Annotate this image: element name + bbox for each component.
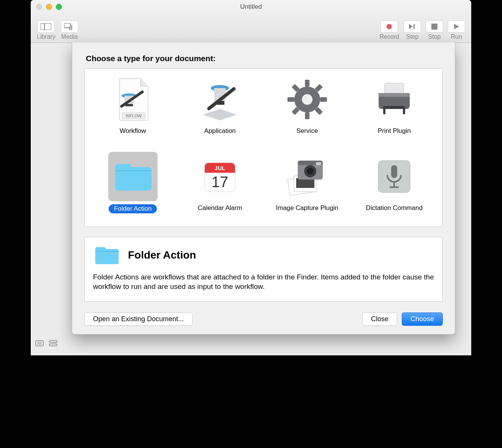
svg-text:WFLOW: WFLOW (126, 114, 142, 118)
record-toolbar-button[interactable]: Record (379, 21, 399, 40)
sheet-heading: Choose a type for your document: (86, 54, 443, 63)
info-description: Folder Actions are workflows that are at… (93, 272, 434, 292)
titlebar: Untitled Library Media Record (31, 0, 471, 43)
svg-rect-11 (49, 344, 57, 346)
svg-rect-27 (379, 93, 410, 97)
type-grid: WFLOW Workflow (84, 68, 443, 227)
open-existing-button[interactable]: Open an Existing Document... (84, 312, 193, 326)
type-service[interactable]: Service (264, 75, 351, 143)
media-icon (61, 21, 78, 33)
type-print-plugin[interactable]: Print Plugin (351, 75, 438, 143)
svg-rect-10 (49, 341, 57, 342)
application-icon (195, 75, 245, 124)
status-bar (35, 340, 57, 346)
variables-view-icon[interactable] (49, 340, 57, 346)
type-dictation-command[interactable]: Dictation Command (351, 152, 438, 220)
type-calendar-alarm[interactable]: JUL 17 Calendar Alarm (177, 152, 264, 220)
step-toolbar-button[interactable]: Step (404, 21, 421, 40)
svg-rect-29 (385, 109, 403, 116)
svg-rect-42 (316, 162, 321, 165)
info-title: Folder Action (128, 249, 196, 261)
svg-rect-4 (414, 24, 415, 29)
stop-icon (426, 21, 443, 33)
step-icon (404, 21, 421, 33)
stop-toolbar-button[interactable]: Stop (426, 21, 443, 40)
info-folder-icon (93, 244, 120, 266)
folder-icon (108, 152, 158, 201)
type-image-capture-plugin[interactable]: Image Capture Plugin (264, 152, 351, 220)
svg-rect-2 (64, 23, 70, 28)
svg-point-24 (302, 94, 313, 105)
svg-rect-44 (391, 165, 397, 178)
svg-point-41 (307, 168, 314, 175)
library-toolbar-button[interactable]: Library (37, 21, 55, 40)
window-title: Untitled (31, 3, 471, 11)
svg-point-3 (387, 24, 392, 29)
run-toolbar-button[interactable]: Run (448, 21, 465, 40)
microphone-icon (369, 152, 419, 201)
svg-rect-23 (305, 80, 309, 87)
svg-rect-5 (431, 24, 437, 30)
info-panel: Folder Action Folder Actions are workflo… (84, 237, 443, 302)
type-folder-action[interactable]: Folder Action (89, 152, 177, 220)
svg-text:17: 17 (212, 174, 229, 190)
choose-button[interactable]: Choose (402, 312, 443, 326)
workflow-icon: WFLOW (108, 75, 158, 124)
gear-icon (283, 75, 332, 124)
type-application[interactable]: Application (177, 75, 264, 143)
run-icon (448, 21, 465, 33)
svg-rect-25 (385, 83, 404, 94)
svg-text:JUL: JUL (215, 165, 225, 171)
printer-icon (369, 75, 419, 124)
record-icon (380, 21, 398, 33)
log-view-icon[interactable] (35, 340, 44, 346)
media-toolbar-button[interactable]: Media (61, 21, 78, 40)
close-button[interactable]: Close (362, 312, 397, 326)
type-workflow[interactable]: WFLOW Workflow (89, 75, 177, 143)
document-type-sheet: Choose a type for your document: WFLOW (72, 43, 455, 334)
automator-window: Untitled Library Media Record (31, 0, 471, 355)
calendar-icon: JUL 17 (195, 152, 245, 201)
camera-icon (283, 152, 332, 201)
svg-rect-0 (41, 23, 51, 30)
library-icon (37, 21, 55, 33)
